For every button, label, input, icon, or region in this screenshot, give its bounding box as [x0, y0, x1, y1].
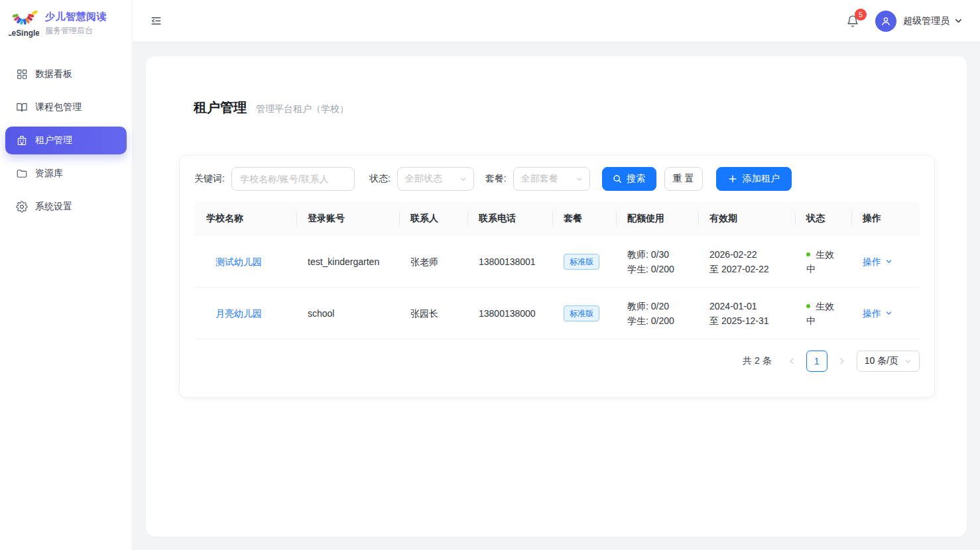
status-select-value: 全部状态 — [405, 173, 442, 185]
brand[interactable]: LeSingle 少儿智慧阅读 服务管理后台 — [0, 0, 132, 47]
col-plan: 套餐 — [553, 201, 617, 236]
status-label: 状态: — [369, 173, 391, 185]
sidebar-item-course-packages[interactable]: 课程包管理 — [5, 93, 127, 121]
row-actions-dropdown[interactable]: 操作 — [863, 254, 892, 269]
quota-cell: 教师: 0/30 学生: 0/200 — [627, 247, 674, 276]
chevron-right-icon — [838, 357, 846, 365]
svg-text:LeSingle: LeSingle — [9, 28, 39, 38]
tenant-panel: 关键词: 状态: 全部状态 套餐: 全部套餐 搜索 — [179, 155, 935, 398]
sidebar: LeSingle 少儿智慧阅读 服务管理后台 数据看板 课程包管理 租户管理 — [0, 0, 133, 550]
username: 超级管理员 — [903, 15, 949, 27]
plan-tag: 标准版 — [564, 305, 599, 321]
pagination: 共 2 条 1 10 条/页 — [194, 351, 920, 372]
notifications-button[interactable]: 5 — [846, 15, 859, 28]
status-select[interactable]: 全部状态 — [397, 167, 474, 191]
brand-subtitle: 服务管理后台 — [45, 25, 107, 36]
school-link[interactable]: 月亮幼儿园 — [215, 306, 262, 321]
sidebar-item-label: 数据看板 — [35, 68, 72, 80]
chevron-down-icon — [576, 176, 583, 183]
pagination-total: 共 2 条 — [743, 355, 772, 367]
sidebar-item-label: 资源库 — [35, 168, 63, 180]
chevron-down-icon — [885, 309, 892, 317]
table-header-row: 学校名称 登录账号 联系人 联系电话 套餐 配额使用 有效期 状态 操作 — [194, 201, 920, 236]
col-quota: 配额使用 — [617, 201, 699, 236]
status-dot — [806, 252, 810, 256]
search-button[interactable]: 搜索 — [602, 167, 656, 191]
sidebar-item-settings[interactable]: 系统设置 — [5, 193, 127, 221]
plan-label: 套餐: — [485, 173, 507, 185]
quota-teacher: 教师: 0/20 — [627, 299, 674, 313]
gear-icon — [16, 201, 28, 213]
status-text: 生效中 — [806, 301, 834, 326]
row-actions-label: 操作 — [863, 254, 881, 269]
sidebar-item-label: 课程包管理 — [35, 101, 82, 113]
brand-title: 少儿智慧阅读 — [45, 11, 107, 23]
page-size-select[interactable]: 10 条/页 — [857, 351, 920, 372]
plan-select-value: 全部套餐 — [521, 173, 558, 185]
contact-cell: 张园长 — [400, 288, 468, 339]
validity-cell: 2026-02-22 至 2027-02-22 — [709, 247, 769, 276]
col-validity: 有效期 — [699, 201, 796, 236]
reset-button[interactable]: 重 置 — [664, 167, 703, 191]
col-account: 登录账号 — [297, 201, 400, 236]
page-size-value: 10 条/页 — [865, 355, 898, 367]
pagination-next-button[interactable] — [833, 351, 851, 372]
user-menu[interactable]: 超级管理员 — [875, 11, 963, 32]
validity-cell: 2024-01-01 至 2025-12-31 — [709, 299, 769, 328]
keyword-input[interactable] — [231, 167, 355, 191]
col-actions: 操作 — [852, 201, 920, 236]
school-link[interactable]: 测试幼儿园 — [215, 254, 262, 269]
pagination-page-1[interactable]: 1 — [806, 351, 827, 372]
valid-to: 至 2025-12-31 — [709, 313, 769, 328]
keyword-label: 关键词: — [194, 173, 225, 185]
valid-from: 2024-01-01 — [709, 299, 769, 313]
sidebar-collapse-button[interactable] — [147, 12, 165, 30]
folder-icon — [16, 168, 28, 180]
chevron-down-icon — [885, 258, 892, 265]
col-phone: 联系电话 — [468, 201, 553, 236]
phone-cell: 13800138000 — [468, 288, 553, 339]
chevron-left-icon — [788, 357, 796, 365]
main-content: 租户管理 管理平台租户（学校） 关键词: 状态: 全部状态 套餐: 全部套餐 — [133, 42, 980, 550]
quota-student: 学生: 0/200 — [627, 313, 674, 328]
tenant-table: 学校名称 登录账号 联系人 联系电话 套餐 配额使用 有效期 状态 操作 测试幼… — [194, 201, 920, 339]
account-cell: school — [297, 288, 400, 339]
phone-cell: 13800138001 — [468, 236, 553, 287]
page-subtitle: 管理平台租户（学校） — [256, 103, 349, 115]
sidebar-item-label: 租户管理 — [35, 135, 72, 146]
quota-teacher: 教师: 0/30 — [627, 247, 674, 262]
sidebar-item-resources[interactable]: 资源库 — [5, 160, 127, 188]
row-actions-dropdown[interactable]: 操作 — [863, 306, 892, 321]
status-dot — [806, 304, 810, 308]
quota-cell: 教师: 0/20 学生: 0/200 — [627, 299, 674, 328]
plus-icon — [728, 174, 737, 184]
pagination-prev-button[interactable] — [782, 351, 801, 372]
table-row: 月亮幼儿园 school 张园长 13800138000 标准版 教师: 0/2… — [194, 288, 920, 339]
status-cell: 生效中 — [806, 247, 842, 276]
table-row: 测试幼儿园 test_kindergarten 张老师 13800138001 … — [194, 236, 920, 288]
sidebar-item-label: 系统设置 — [35, 201, 72, 213]
page-title: 租户管理 — [194, 99, 247, 117]
chevron-down-icon — [954, 17, 963, 25]
plan-tag: 标准版 — [564, 254, 599, 270]
sidebar-item-dashboard[interactable]: 数据看板 — [5, 60, 127, 88]
contact-cell: 张老师 — [400, 236, 468, 287]
dashboard-grid-icon — [16, 68, 28, 80]
book-icon — [16, 101, 28, 113]
filter-bar: 关键词: 状态: 全部状态 套餐: 全部套餐 搜索 — [194, 167, 920, 191]
menu-fold-icon — [150, 15, 162, 27]
page-card: 租户管理 管理平台租户（学校） 关键词: 状态: 全部状态 套餐: 全部套餐 — [146, 56, 967, 537]
page-header: 租户管理 管理平台租户（学校） — [146, 56, 967, 117]
col-status: 状态 — [796, 201, 852, 236]
add-tenant-button[interactable]: 添加租户 — [716, 167, 792, 191]
reset-button-label: 重 置 — [673, 173, 694, 185]
sidebar-menu: 数据看板 课程包管理 租户管理 资源库 系统设置 — [0, 47, 132, 221]
col-school: 学校名称 — [194, 201, 297, 236]
plan-select[interactable]: 全部套餐 — [513, 167, 590, 191]
topbar: 5 超级管理员 — [133, 0, 980, 42]
valid-from: 2026-02-22 — [709, 247, 769, 262]
app-root: LeSingle 少儿智慧阅读 服务管理后台 数据看板 课程包管理 租户管理 — [0, 0, 980, 550]
user-icon — [880, 15, 892, 27]
chevron-down-icon — [904, 358, 912, 365]
sidebar-item-tenants[interactable]: 租户管理 — [5, 127, 127, 154]
